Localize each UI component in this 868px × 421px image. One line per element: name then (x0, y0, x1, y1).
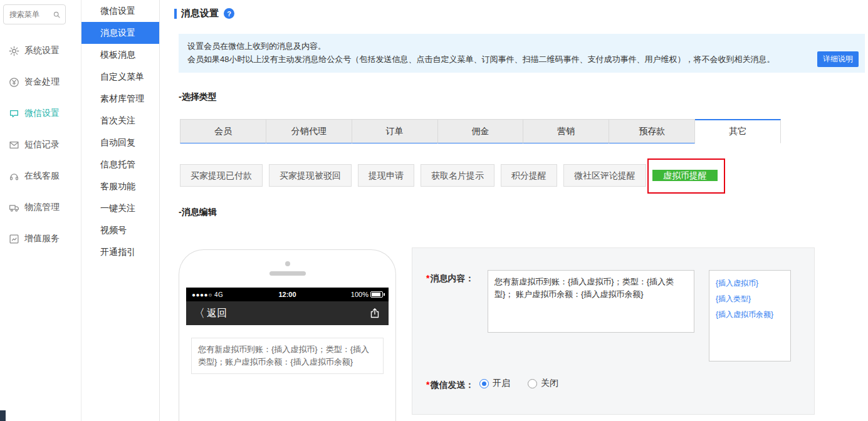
wechat-send-options: 开启 关闭 (479, 378, 558, 389)
submenu-item-material-library[interactable]: 素材库管理 (81, 88, 159, 110)
insert-virtual-coin-link[interactable]: {插入虚拟币} (716, 276, 784, 291)
search-input[interactable] (4, 5, 49, 24)
phone-preview: ●●●●○ 4G 12:00 100% 〈 返回 您有新虚拟币到账：{插入虚拟币… (179, 249, 396, 421)
sidebar-item-label: 微信设置 (24, 108, 60, 119)
main-content: 消息设置 ? 设置会员在微信上收到的消息及内容。 会员如果48小时以上没有主动发… (160, 0, 868, 421)
subtype-buyer-withdraw-rejected-button[interactable]: 买家提现被驳回 (269, 164, 352, 187)
tab-order[interactable]: 订单 (352, 119, 438, 143)
required-mark: * (426, 380, 429, 390)
tab-commission[interactable]: 佣金 (438, 119, 524, 143)
sidebar-item-online-service[interactable]: 在线客服 (0, 160, 81, 192)
submenu-item-info-hosting[interactable]: 信息托管 (81, 153, 159, 175)
sidebar-item-funds[interactable]: 资金处理 (0, 66, 81, 98)
subtype-get-card-tip-button[interactable]: 获取名片提示 (421, 164, 494, 187)
phone-camera-dot (285, 261, 290, 266)
tab-other[interactable]: 其它 (695, 119, 781, 143)
back-button-label: 返回 (207, 307, 227, 320)
collapsed-nav-strip (0, 410, 6, 421)
sidebar-item-value-added[interactable]: 增值服务 (0, 223, 81, 254)
sidebar-item-label: 在线客服 (24, 170, 60, 182)
submenu-item-wechat-settings[interactable]: 微信设置 (81, 0, 159, 22)
required-mark: * (426, 273, 429, 283)
back-chevron-icon: 〈 (194, 306, 205, 321)
radio-on-label: 开启 (493, 378, 510, 389)
preview-message-bubble: 您有新虚拟币到账：{插入虚拟币}；类型：{插入类型}；账户虚拟币余额：{插入虚拟… (191, 338, 384, 374)
share-icon (369, 307, 381, 320)
wechat-send-label: *微信发送： (426, 380, 474, 391)
sidebar-item-label: 物流管理 (24, 202, 60, 213)
sidebar-item-logistics[interactable]: 物流管理 (0, 192, 81, 223)
sidebar-item-system-settings[interactable]: 系统设置 (0, 35, 81, 66)
envelope-icon (9, 140, 19, 150)
submenu-item-message-settings[interactable]: 消息设置 (81, 22, 159, 44)
message-type-tabs: 会员 分销代理 订单 佣金 营销 预存款 其它 (180, 119, 781, 143)
chart-icon (9, 234, 19, 244)
subtype-buyer-withdraw-paid-button[interactable]: 买家提现已付款 (180, 164, 263, 187)
truck-icon (9, 202, 19, 213)
radio-off-circle[interactable] (528, 379, 537, 388)
radio-option-on[interactable]: 开启 (479, 378, 510, 389)
phone-nav-bar: 〈 返回 (186, 301, 389, 325)
insert-coin-balance-link[interactable]: {插入虚拟币余额} (716, 307, 784, 323)
submenu-item-service-function[interactable]: 客服功能 (81, 175, 159, 197)
message-content-textarea[interactable]: 您有新虚拟币到账：{插入虚拟币}；类型：{插入类型}； 账户虚拟币余额：{插入虚… (488, 270, 694, 333)
tab-marketing[interactable]: 营销 (523, 119, 609, 143)
subtype-community-comment-reminder-button[interactable]: 微社区评论提醒 (563, 164, 646, 187)
sidebar-item-label: 资金处理 (24, 76, 60, 88)
select-type-heading: -选择类型 (179, 91, 217, 103)
battery-percent: 100% (351, 291, 369, 298)
notice-line-1: 设置会员在微信上收到的消息及内容。 (187, 39, 802, 53)
page-header: 消息设置 ? (174, 8, 234, 19)
wechat-settings-submenu: 微信设置 消息设置 模板消息 自定义菜单 素材库管理 首次关注 自动回复 信息托… (81, 0, 160, 421)
headset-icon (9, 171, 19, 182)
phone-screen: ●●●●○ 4G 12:00 100% 〈 返回 您有新虚拟币到账：{插入虚拟币… (186, 288, 389, 421)
gear-icon (9, 46, 19, 56)
virtual-coin-reminder-wrapper: 虚拟币提醒 (652, 165, 718, 186)
notice-box: 设置会员在微信上收到的消息及内容。 会员如果48小时以上没有主动发消息给公众号（… (179, 34, 865, 73)
submenu-item-video-account[interactable]: 视频号 (81, 219, 159, 241)
coin-icon (9, 77, 19, 88)
message-edit-form: *消息内容： 您有新虚拟币到账：{插入虚拟币}；类型：{插入类型}； 账户虚拟币… (412, 247, 815, 415)
tab-prepaid[interactable]: 预存款 (609, 119, 695, 143)
battery-group: 100% (351, 291, 383, 298)
left-sidebar: 系统设置 资金处理 微信设置 短信记录 在线客服 物流管理 (0, 0, 81, 421)
sidebar-menu: 系统设置 资金处理 微信设置 短信记录 在线客服 物流管理 (0, 35, 81, 254)
subtype-withdraw-apply-button[interactable]: 提现申请 (358, 164, 414, 187)
submenu-item-auto-reply[interactable]: 自动回复 (81, 132, 159, 153)
help-icon[interactable]: ? (224, 8, 234, 19)
tab-member[interactable]: 会员 (180, 119, 266, 143)
sidebar-item-wechat-settings[interactable]: 微信设置 (0, 98, 81, 129)
search-icon (53, 10, 61, 18)
sidebar-item-sms-records[interactable]: 短信记录 (0, 129, 81, 160)
battery-icon (370, 291, 383, 298)
app-window: 系统设置 资金处理 微信设置 短信记录 在线客服 物流管理 (0, 0, 868, 421)
insert-type-link[interactable]: {插入类型} (716, 291, 784, 307)
submenu-item-template-message[interactable]: 模板消息 (81, 44, 159, 66)
subtype-virtual-coin-reminder-button[interactable]: 虚拟币提醒 (652, 170, 718, 181)
message-edit-heading: -消息编辑 (179, 207, 217, 218)
insert-variable-panel: {插入虚拟币} {插入类型} {插入虚拟币余额} (709, 270, 791, 361)
radio-option-off[interactable]: 关闭 (528, 378, 558, 389)
submenu-item-activation-guide[interactable]: 开通指引 (81, 241, 159, 263)
radio-on-circle[interactable] (479, 379, 489, 388)
phone-status-bar: ●●●●○ 4G 12:00 100% (186, 288, 389, 301)
detail-instructions-button[interactable]: 详细说明 (817, 51, 859, 67)
chat-bubble-icon (9, 108, 19, 119)
message-subtype-buttons: 买家提现已付款 买家提现被驳回 提现申请 获取名片提示 积分提醒 微社区评论提醒… (180, 164, 718, 187)
sidebar-item-label: 短信记录 (24, 139, 60, 150)
message-content-label: *消息内容： (426, 273, 474, 284)
subtype-points-reminder-button[interactable]: 积分提醒 (501, 164, 557, 187)
tab-distribution-agent[interactable]: 分销代理 (266, 119, 352, 143)
notice-line-2: 会员如果48小时以上没有主动发消息给公众号（包括发送信息、点击自定义菜单、订阅事… (187, 53, 802, 66)
submenu-item-one-key-follow[interactable]: 一键关注 (81, 197, 159, 219)
sidebar-item-label: 系统设置 (24, 45, 60, 56)
page-title: 消息设置 (181, 8, 219, 19)
sidebar-item-label: 增值服务 (24, 233, 60, 244)
radio-off-label: 关闭 (541, 378, 558, 389)
phone-speaker-bar (269, 271, 306, 276)
submenu-item-first-follow[interactable]: 首次关注 (81, 110, 159, 132)
menu-search-box[interactable] (3, 4, 66, 24)
title-accent-bar (174, 9, 177, 19)
submenu-item-custom-menu[interactable]: 自定义菜单 (81, 66, 159, 88)
